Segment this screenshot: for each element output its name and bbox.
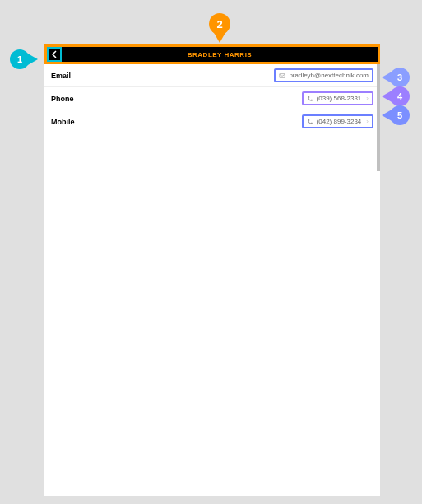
mobile-value[interactable]: (042) 899-3234 › xyxy=(302,114,373,128)
pin-label: 5 xyxy=(390,105,410,125)
phone-label: Phone xyxy=(51,95,74,103)
phone-text: (039) 568-2331 xyxy=(317,95,362,102)
mobile-text: (042) 899-3234 xyxy=(317,118,362,125)
mobile-label: Mobile xyxy=(51,118,75,126)
svg-rect-0 xyxy=(280,73,285,77)
chevron-right-icon: › xyxy=(366,118,369,125)
chevron-left-icon xyxy=(50,50,58,58)
row-phone: Phone (039) 568-2331 › xyxy=(44,87,380,110)
phone-icon xyxy=(307,96,313,102)
pin-label: 4 xyxy=(390,86,410,106)
pin-label: 3 xyxy=(390,68,410,87)
annotation-pin-4: 4 xyxy=(382,86,410,106)
phone-icon xyxy=(307,119,313,125)
email-text: bradleyh@nexttechnik.com xyxy=(289,72,369,79)
envelope-icon xyxy=(279,72,285,79)
detail-panel: BRADLEY HARRIS Email bradleyh@nexttechni… xyxy=(44,44,380,496)
chevron-right-icon: › xyxy=(366,95,369,102)
email-label: Email xyxy=(51,72,71,80)
page-title: BRADLEY HARRIS xyxy=(62,51,378,58)
row-email: Email bradleyh@nexttechnik.com xyxy=(44,64,380,87)
annotation-pin-5: 5 xyxy=(382,105,410,125)
annotation-pin-2: 2 xyxy=(209,13,230,43)
row-mobile: Mobile (042) 899-3234 › xyxy=(44,110,380,133)
phone-value[interactable]: (039) 568-2331 › xyxy=(302,91,373,105)
annotation-pin-1: 1 xyxy=(10,49,38,69)
annotation-pin-3: 3 xyxy=(382,68,410,87)
scrollbar[interactable] xyxy=(377,64,380,171)
header-bar: BRADLEY HARRIS xyxy=(44,44,380,64)
back-button[interactable] xyxy=(47,47,62,62)
email-value[interactable]: bradleyh@nexttechnik.com xyxy=(274,68,373,82)
